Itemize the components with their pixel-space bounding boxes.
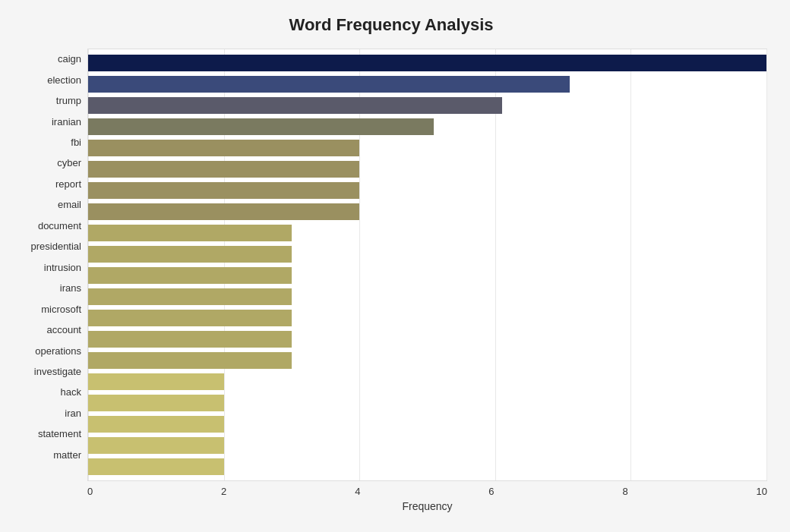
bar bbox=[88, 310, 292, 326]
y-axis-label: fbi bbox=[71, 132, 81, 153]
bar-row bbox=[88, 456, 766, 477]
bar-row bbox=[88, 286, 766, 307]
bar bbox=[88, 267, 292, 284]
bar-row bbox=[88, 74, 766, 95]
bar bbox=[88, 416, 224, 433]
bar-row bbox=[88, 116, 766, 137]
y-axis-label: report bbox=[55, 174, 81, 194]
bar-row bbox=[88, 137, 766, 159]
y-axis-label: iran bbox=[65, 403, 81, 423]
bar bbox=[88, 288, 292, 305]
bar bbox=[88, 161, 359, 178]
bar bbox=[88, 437, 224, 454]
x-tick: 10 bbox=[756, 486, 766, 497]
y-axis-label: election bbox=[47, 69, 81, 90]
bar-row bbox=[88, 329, 766, 350]
bar-row bbox=[88, 244, 766, 265]
y-axis-label: statement bbox=[38, 423, 81, 444]
x-axis-label: Frequency bbox=[87, 500, 767, 512]
bar bbox=[88, 182, 359, 199]
y-axis-label: account bbox=[46, 320, 81, 340]
bar-row bbox=[88, 371, 766, 392]
y-axis-label: presidential bbox=[31, 236, 82, 257]
bar-row bbox=[88, 201, 766, 222]
bar bbox=[88, 203, 359, 220]
grid-line bbox=[766, 49, 767, 480]
y-axis-label: document bbox=[38, 216, 81, 236]
bars-area bbox=[87, 49, 767, 481]
bar bbox=[88, 225, 292, 241]
bar-row bbox=[88, 435, 766, 456]
bar bbox=[88, 140, 359, 156]
y-axis-label: irans bbox=[60, 278, 81, 298]
bar-row bbox=[88, 180, 766, 201]
bar-row bbox=[88, 307, 766, 329]
bar bbox=[88, 458, 224, 475]
y-axis-label: hack bbox=[61, 382, 81, 402]
y-axis-label: operations bbox=[35, 340, 81, 360]
bar-row bbox=[88, 392, 766, 414]
bar-row bbox=[88, 265, 766, 286]
bar bbox=[88, 352, 292, 369]
x-tick: 0 bbox=[87, 486, 93, 497]
bar bbox=[88, 395, 224, 411]
bar bbox=[88, 76, 570, 93]
bar bbox=[88, 373, 224, 390]
y-axis-label: matter bbox=[53, 445, 81, 465]
y-axis-label: caign bbox=[58, 49, 81, 69]
y-axis-label: iranian bbox=[52, 111, 81, 131]
bar bbox=[88, 97, 502, 114]
y-axis-label: intrusion bbox=[44, 257, 81, 278]
y-axis-labels: caignelectiontrumpiranianfbicyberreporte… bbox=[15, 49, 87, 467]
y-axis-label: investigate bbox=[34, 361, 81, 382]
bar-row bbox=[88, 350, 766, 371]
y-axis-label: cyber bbox=[57, 153, 81, 173]
y-axis-label: microsoft bbox=[41, 298, 81, 319]
chart-container: Word Frequency Analysis caignelectiontru… bbox=[0, 0, 790, 532]
bar bbox=[88, 55, 766, 71]
bar bbox=[88, 118, 434, 135]
y-axis-label: trump bbox=[56, 90, 81, 111]
chart-area: caignelectiontrumpiranianfbicyberreporte… bbox=[15, 49, 767, 467]
bar-row bbox=[88, 95, 766, 116]
bar-row bbox=[88, 159, 766, 180]
chart-title: Word Frequency Analysis bbox=[15, 15, 767, 35]
y-axis-label: email bbox=[58, 194, 81, 215]
x-axis: 0246810 bbox=[87, 481, 767, 497]
x-tick: 8 bbox=[622, 486, 627, 497]
bar-row bbox=[88, 222, 766, 244]
bar-row bbox=[88, 414, 766, 435]
bar bbox=[88, 331, 292, 348]
x-tick: 4 bbox=[355, 486, 360, 497]
x-tick: 6 bbox=[488, 486, 494, 497]
bar bbox=[88, 246, 292, 263]
bar-row bbox=[88, 52, 766, 74]
x-tick: 2 bbox=[221, 486, 226, 497]
bars-and-xaxis: 0246810 Frequency bbox=[87, 49, 767, 467]
